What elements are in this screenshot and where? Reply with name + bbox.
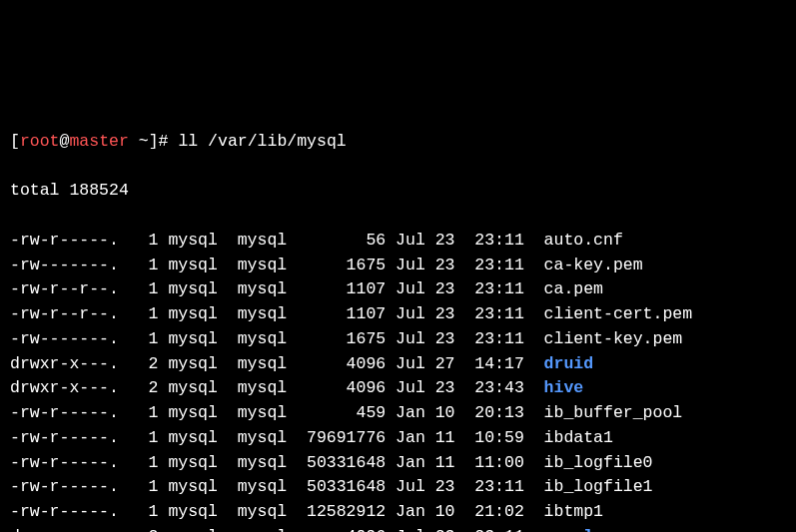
- file-time: 20:13: [474, 401, 533, 426]
- file-date: Jul 23: [396, 254, 464, 278]
- file-name-text: client-cert.pem: [544, 304, 693, 323]
- file-date: Jan 11: [396, 451, 464, 476]
- file-group: mysql: [238, 277, 297, 302]
- file-row: drwxr-x---. 2 mysql mysql4096 Jul 23 23:…: [10, 376, 786, 401]
- file-owner: mysql: [168, 302, 227, 327]
- file-links: 1: [139, 277, 159, 302]
- file-group: mysql: [238, 302, 297, 327]
- file-links: 1: [139, 229, 159, 254]
- file-date: Jan 10: [396, 401, 464, 426]
- file-time: 11:00: [474, 451, 533, 476]
- file-date: Jul 23: [396, 302, 464, 327]
- file-owner: mysql: [168, 401, 227, 426]
- file-time: 23:11: [474, 327, 533, 352]
- file-permissions: drwxr-x---.: [10, 376, 129, 401]
- file-name-text: ibdata1: [544, 428, 613, 447]
- file-links: 1: [139, 451, 159, 476]
- file-date: Jul 27: [396, 352, 464, 377]
- file-row: -rw-r-----. 1 mysql mysql50331648 Jan 11…: [10, 451, 786, 476]
- file-size: 4096: [297, 352, 386, 377]
- file-size: 50331648: [297, 475, 386, 500]
- file-links: 1: [139, 327, 159, 352]
- file-group: mysql: [238, 327, 297, 352]
- file-group: mysql: [238, 451, 297, 476]
- file-permissions: -rw-r-----.: [10, 229, 129, 254]
- file-time: 23:11: [474, 277, 533, 302]
- file-name: auto.cnf: [544, 229, 786, 254]
- file-permissions: -rw-r-----.: [10, 401, 129, 426]
- file-permissions: -rw-r--r--.: [10, 277, 129, 302]
- file-group: mysql: [238, 254, 297, 278]
- file-name-text: druid: [544, 354, 594, 373]
- file-name: hive: [544, 376, 786, 401]
- file-row: -rw-r--r--. 1 mysql mysql1107 Jul 23 23:…: [10, 277, 786, 302]
- file-row: -rw-------. 1 mysql mysql1675 Jul 23 23:…: [10, 327, 786, 352]
- file-links: 1: [139, 426, 159, 451]
- file-date: Jul 23: [396, 475, 464, 500]
- file-date: Jul 23: [396, 277, 464, 302]
- file-row: -rw-r-----. 1 mysql mysql12582912 Jan 10…: [10, 500, 786, 525]
- file-group: mysql: [238, 475, 297, 500]
- file-row: -rw-r-----. 1 mysql mysql79691776 Jan 11…: [10, 426, 786, 451]
- prompt-close-bracket: ]: [149, 132, 159, 151]
- prompt-path: ~: [139, 132, 149, 151]
- file-name-text: hive: [544, 378, 584, 397]
- file-permissions: -rw-r-----.: [10, 500, 129, 525]
- file-name: mysql: [544, 525, 786, 532]
- file-owner: mysql: [168, 327, 227, 352]
- file-size: 79691776: [297, 426, 386, 451]
- file-size: 4096: [297, 376, 386, 401]
- command-text: ll /var/lib/mysql: [178, 132, 346, 151]
- file-row: -rw-r-----. 1 mysql mysql50331648 Jul 23…: [10, 475, 786, 500]
- file-row: -rw-------. 1 mysql mysql1675 Jul 23 23:…: [10, 254, 786, 278]
- file-date: Jan 11: [396, 426, 464, 451]
- file-size: 1107: [297, 302, 386, 327]
- file-permissions: -rw-------.: [10, 254, 129, 278]
- file-size: 1675: [297, 327, 386, 352]
- total-line: total 188524: [10, 179, 786, 204]
- file-time: 23:11: [474, 525, 533, 532]
- file-size: 50331648: [297, 451, 386, 476]
- file-owner: mysql: [168, 352, 227, 377]
- file-date: Jul 23: [396, 525, 464, 532]
- file-time: 23:11: [474, 254, 533, 278]
- file-group: mysql: [238, 352, 297, 377]
- file-name: ibdata1: [544, 426, 786, 451]
- file-links: 1: [139, 401, 159, 426]
- file-links: 1: [139, 500, 159, 525]
- file-name: ib_buffer_pool: [544, 401, 786, 426]
- file-owner: mysql: [168, 451, 227, 476]
- file-time: 23:11: [474, 302, 533, 327]
- file-owner: mysql: [168, 426, 227, 451]
- file-owner: mysql: [168, 525, 227, 532]
- prompt-space: [129, 132, 139, 151]
- file-name: ib_logfile0: [544, 451, 786, 476]
- file-size: 12582912: [297, 500, 386, 525]
- prompt-at: @: [60, 132, 70, 151]
- file-links: 1: [139, 475, 159, 500]
- file-name-text: auto.cnf: [544, 231, 623, 250]
- file-name: ca-key.pem: [544, 254, 786, 278]
- file-group: mysql: [238, 500, 297, 525]
- file-owner: mysql: [168, 376, 227, 401]
- file-size: 1107: [297, 277, 386, 302]
- file-row: -rw-r--r--. 1 mysql mysql1107 Jul 23 23:…: [10, 302, 786, 327]
- file-group: mysql: [238, 426, 297, 451]
- file-date: Jul 23: [396, 229, 464, 254]
- file-row: drwxr-x---. 2 mysql mysql4096 Jul 23 23:…: [10, 525, 786, 532]
- file-name-text: client-key.pem: [544, 329, 683, 348]
- file-name: ibtmp1: [544, 500, 786, 525]
- file-date: Jan 10: [396, 500, 464, 525]
- prompt-user: root: [20, 132, 60, 151]
- file-name-text: mysql: [544, 527, 594, 532]
- file-name-text: ca-key.pem: [544, 256, 643, 274]
- file-row: drwxr-x---. 2 mysql mysql4096 Jul 27 14:…: [10, 352, 786, 377]
- file-size: 1675: [297, 254, 386, 278]
- file-links: 1: [139, 302, 159, 327]
- file-date: Jul 23: [396, 327, 464, 352]
- file-name: ib_logfile1: [544, 475, 786, 500]
- prompt-open-bracket: [: [10, 132, 20, 151]
- file-owner: mysql: [168, 254, 227, 278]
- file-group: mysql: [238, 525, 297, 532]
- file-row: -rw-r-----. 1 mysql mysql459 Jan 10 20:1…: [10, 401, 786, 426]
